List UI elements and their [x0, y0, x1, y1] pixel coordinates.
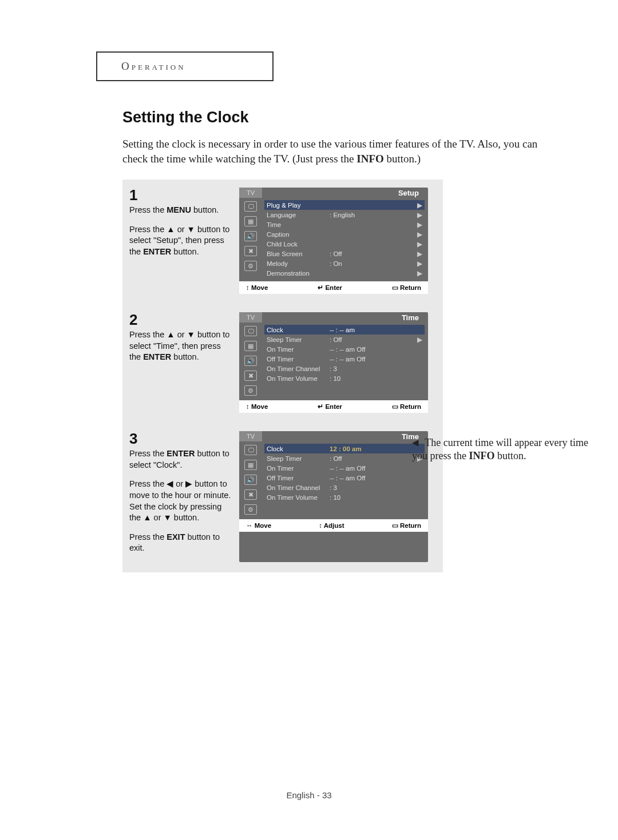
osd-menu-row: Demonstration▶	[264, 268, 425, 278]
chevron-right-icon: ▶	[415, 336, 422, 344]
osd-icon-rail: 🖵▦🔊✖⚙	[239, 323, 262, 400]
osd-row-label: Language	[267, 212, 330, 218]
osd-row-label: Demonstration	[267, 270, 330, 277]
setup-icon: ✖	[244, 489, 257, 500]
intro-text-c: button.)	[384, 153, 421, 165]
side-note: ◀ The current time will appear every tim…	[412, 436, 595, 463]
page-footer: English - 33	[0, 790, 618, 800]
osd-title: Time	[262, 312, 428, 323]
osd-row-value: : 3	[330, 365, 415, 372]
osd-menu-row: Off Timer-- : -- am Off	[264, 354, 425, 364]
osd-tab: TV	[239, 431, 262, 441]
osd-row-label: On Timer Channel	[267, 484, 330, 491]
step: 1Press the MENU button.Press the ▲ or ▼ …	[129, 188, 436, 294]
osd-row-label: Child Lock	[267, 241, 330, 248]
osd-menu-row: On Timer Volume: 10	[264, 492, 425, 502]
step-number: 3	[129, 431, 233, 446]
osd-row-value: : 3	[330, 484, 415, 491]
osd-menu-row: Sleep Timer: Off▶	[264, 335, 425, 344]
osd-footer-return: ▭ Return	[392, 284, 421, 292]
osd-screenshot: TVTime🖵▦🔊✖⚙Clock12 : 00 amSleep Timer: O…	[239, 431, 428, 562]
input-icon: ▦	[244, 460, 257, 470]
osd-footer: ↕ Move↵ Enter▭ Return	[239, 400, 428, 413]
input-icon: ▦	[244, 216, 257, 226]
step-text: 2Press the ▲ or ▼ button to select "Time…	[129, 312, 233, 413]
osd-menu-row: Caption▶	[264, 229, 425, 239]
osd-row-value: : 10	[330, 375, 415, 382]
side-note-b: INFO	[469, 450, 494, 461]
step-number: 1	[129, 188, 233, 202]
chevron-right-icon: ▶	[415, 269, 422, 277]
osd-row-value: -- : -- am Off	[330, 465, 415, 472]
step-number: 2	[129, 312, 233, 327]
osd-row-label: Plug & Play	[267, 202, 330, 209]
page-title: Setting the Clock	[122, 109, 570, 126]
intro-paragraph: Setting the clock is necessary in order …	[122, 137, 557, 166]
osd-footer-move: ↕ Move	[246, 284, 268, 291]
chevron-right-icon: ▶	[415, 221, 422, 229]
osd-row-label: Caption	[267, 231, 330, 238]
osd-row-value: -- : -- am	[330, 327, 415, 333]
picture-icon: 🖵	[244, 201, 257, 212]
setup-icon: ✖	[244, 371, 257, 381]
osd-footer-return: ▭ Return	[392, 521, 421, 530]
osd-row-label: On Timer	[267, 346, 330, 353]
osd-menu-row: Language: English▶	[264, 210, 425, 220]
osd-row-value: : On	[330, 260, 415, 267]
osd-footer-action: ↕ Adjust	[319, 522, 344, 529]
osd-row-label: Blue Screen	[267, 250, 330, 257]
step-paragraph: Press the ENTER button to select "Clock"…	[129, 448, 233, 471]
sliders-icon: ⚙	[244, 261, 257, 271]
step-paragraph: Press the ▲ or ▼ button to select "Time"…	[129, 329, 233, 363]
sliders-icon: ⚙	[244, 385, 257, 396]
osd-menu-list: Plug & Play▶Language: English▶Time▶Capti…	[262, 198, 428, 281]
steps-panel: 1Press the MENU button.Press the ▲ or ▼ …	[122, 180, 443, 572]
osd-row-value: : English	[330, 212, 415, 218]
sound-icon: 🔊	[244, 356, 257, 366]
osd-row-label: Off Timer	[267, 475, 330, 481]
input-icon: ▦	[244, 341, 257, 351]
osd-row-label: Clock	[267, 327, 330, 333]
osd-footer-action: ↵ Enter	[318, 403, 342, 411]
osd-menu-row: Child Lock▶	[264, 239, 425, 249]
left-arrow-icon: ◀	[412, 437, 419, 449]
setup-icon: ✖	[244, 246, 257, 256]
osd-title: Time	[262, 431, 428, 441]
step: 2Press the ▲ or ▼ button to select "Time…	[129, 312, 436, 413]
chevron-right-icon: ▶	[415, 201, 422, 209]
osd-row-value: -- : -- am Off	[330, 346, 415, 353]
osd-menu-row: On Timer-- : -- am Off	[264, 344, 425, 354]
osd-menu-list: Clock12 : 00 amSleep Timer: Off▶On Timer…	[262, 441, 428, 519]
osd-footer: ↕ Move↵ Enter▭ Return	[239, 281, 428, 294]
step-paragraph: Press the ◀ or ▶ button to move to the h…	[129, 479, 233, 523]
osd-row-label: Sleep Timer	[267, 336, 330, 343]
osd-menu-row: Blue Screen: Off▶	[264, 249, 425, 258]
osd-menu-row: On Timer-- : -- am Off	[264, 463, 425, 473]
intro-text-a: Setting the clock is necessary in order …	[122, 138, 537, 165]
osd-footer: ↔ Move↕ Adjust▭ Return	[239, 519, 428, 532]
osd-menu-row: On Timer Volume: 10	[264, 373, 425, 383]
osd-icon-rail: 🖵▦🔊✖⚙	[239, 441, 262, 519]
osd-menu-row: Melody: On▶	[264, 258, 425, 268]
osd-footer-action: ↵ Enter	[318, 284, 342, 292]
step-paragraph: Press the ▲ or ▼ button to select "Setup…	[129, 224, 233, 258]
step-text: 1Press the MENU button.Press the ▲ or ▼ …	[129, 188, 233, 294]
osd-row-label: On Timer Volume	[267, 375, 330, 382]
section-header: Operation	[96, 51, 274, 81]
osd-footer-move: ↕ Move	[246, 403, 268, 410]
osd-row-label: On Timer Volume	[267, 494, 330, 501]
osd-row-value: : Off	[330, 250, 415, 257]
osd-row-label: On Timer Channel	[267, 365, 330, 372]
osd-row-value: : Off	[330, 336, 415, 343]
chevron-right-icon: ▶	[415, 230, 422, 238]
intro-text-b: INFO	[356, 153, 384, 165]
osd-row-label: Time	[267, 221, 330, 228]
osd-screenshot: TVSetup🖵▦🔊✖⚙Plug & Play▶Language: Englis…	[239, 188, 428, 294]
osd-footer-return: ▭ Return	[392, 403, 421, 411]
osd-footer-move: ↔ Move	[246, 522, 271, 529]
osd-menu-row: On Timer Channel: 3	[264, 483, 425, 492]
chevron-right-icon: ▶	[415, 250, 422, 258]
picture-icon: 🖵	[244, 326, 257, 336]
chevron-right-icon: ▶	[415, 260, 422, 268]
step-paragraph: Press the MENU button.	[129, 205, 233, 216]
